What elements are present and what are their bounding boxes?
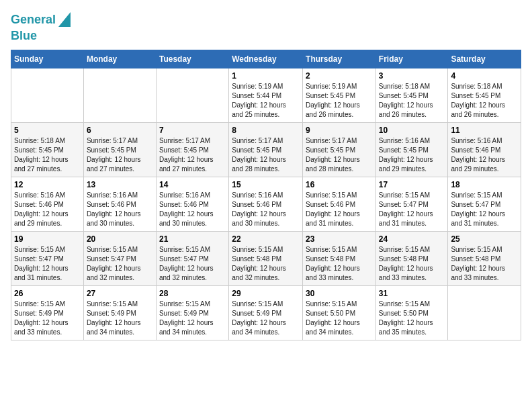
col-header-monday: Monday	[83, 50, 156, 68]
day-cell: 9Sunrise: 5:17 AM Sunset: 5:45 PM Daylig…	[303, 122, 376, 177]
day-number: 20	[87, 234, 153, 244]
week-row-5: 26Sunrise: 5:15 AM Sunset: 5:49 PM Dayli…	[11, 285, 521, 340]
day-cell: 20Sunrise: 5:15 AM Sunset: 5:47 PM Dayli…	[83, 231, 156, 285]
day-info: Sunrise: 5:15 AM Sunset: 5:48 PM Dayligh…	[232, 245, 300, 283]
day-number: 1	[232, 71, 300, 81]
week-row-3: 12Sunrise: 5:16 AM Sunset: 5:46 PM Dayli…	[11, 177, 521, 231]
calendar-table: SundayMondayTuesdayWednesdayThursdayFrid…	[11, 50, 521, 340]
day-number: 11	[451, 126, 518, 135]
week-row-4: 19Sunrise: 5:15 AM Sunset: 5:47 PM Dayli…	[11, 231, 521, 285]
day-info: Sunrise: 5:15 AM Sunset: 5:48 PM Dayligh…	[451, 245, 518, 283]
day-info: Sunrise: 5:15 AM Sunset: 5:49 PM Dayligh…	[14, 300, 81, 337]
col-header-thursday: Thursday	[303, 50, 376, 68]
day-cell: 14Sunrise: 5:16 AM Sunset: 5:46 PM Dayli…	[156, 177, 228, 231]
day-info: Sunrise: 5:18 AM Sunset: 5:45 PM Dayligh…	[379, 82, 445, 120]
day-info: Sunrise: 5:16 AM Sunset: 5:46 PM Dayligh…	[159, 191, 226, 228]
day-cell: 23Sunrise: 5:15 AM Sunset: 5:48 PM Dayli…	[303, 231, 376, 285]
day-info: Sunrise: 5:18 AM Sunset: 5:45 PM Dayligh…	[451, 82, 518, 120]
day-info: Sunrise: 5:15 AM Sunset: 5:47 PM Dayligh…	[87, 245, 153, 283]
day-info: Sunrise: 5:16 AM Sunset: 5:46 PM Dayligh…	[451, 136, 518, 174]
day-info: Sunrise: 5:15 AM Sunset: 5:47 PM Dayligh…	[159, 245, 226, 283]
day-info: Sunrise: 5:16 AM Sunset: 5:46 PM Dayligh…	[14, 191, 81, 228]
day-number: 15	[232, 180, 300, 189]
day-number: 16	[306, 180, 373, 189]
day-info: Sunrise: 5:17 AM Sunset: 5:45 PM Dayligh…	[159, 136, 226, 174]
day-number: 22	[232, 234, 300, 244]
day-cell: 31Sunrise: 5:15 AM Sunset: 5:50 PM Dayli…	[375, 285, 448, 340]
day-cell: 11Sunrise: 5:16 AM Sunset: 5:46 PM Dayli…	[448, 122, 521, 177]
day-number: 13	[87, 180, 153, 189]
day-number: 17	[379, 180, 445, 189]
day-cell: 7Sunrise: 5:17 AM Sunset: 5:45 PM Daylig…	[156, 122, 228, 177]
day-cell: 16Sunrise: 5:15 AM Sunset: 5:46 PM Dayli…	[303, 177, 376, 231]
day-cell: 10Sunrise: 5:16 AM Sunset: 5:45 PM Dayli…	[375, 122, 448, 177]
day-info: Sunrise: 5:15 AM Sunset: 5:49 PM Dayligh…	[159, 300, 226, 337]
col-header-friday: Friday	[375, 50, 448, 68]
day-info: Sunrise: 5:16 AM Sunset: 5:46 PM Dayligh…	[87, 191, 153, 228]
day-cell: 26Sunrise: 5:15 AM Sunset: 5:49 PM Dayli…	[11, 285, 84, 340]
day-cell: 22Sunrise: 5:15 AM Sunset: 5:48 PM Dayli…	[229, 231, 303, 285]
day-number: 27	[87, 289, 153, 298]
day-cell	[156, 68, 228, 122]
day-info: Sunrise: 5:15 AM Sunset: 5:49 PM Dayligh…	[87, 300, 153, 337]
day-info: Sunrise: 5:15 AM Sunset: 5:49 PM Dayligh…	[232, 300, 300, 337]
day-number: 4	[451, 71, 518, 81]
calendar-header-row: SundayMondayTuesdayWednesdayThursdayFrid…	[11, 50, 521, 68]
day-info: Sunrise: 5:18 AM Sunset: 5:45 PM Dayligh…	[14, 136, 81, 174]
day-info: Sunrise: 5:15 AM Sunset: 5:50 PM Dayligh…	[379, 300, 445, 337]
day-number: 3	[379, 71, 445, 81]
day-number: 6	[87, 126, 153, 135]
day-number: 9	[306, 126, 373, 135]
day-info: Sunrise: 5:15 AM Sunset: 5:50 PM Dayligh…	[306, 300, 373, 337]
day-cell: 30Sunrise: 5:15 AM Sunset: 5:50 PM Dayli…	[303, 285, 376, 340]
day-cell	[11, 68, 84, 122]
day-cell: 3Sunrise: 5:18 AM Sunset: 5:45 PM Daylig…	[375, 68, 448, 122]
day-cell: 18Sunrise: 5:15 AM Sunset: 5:47 PM Dayli…	[448, 177, 521, 231]
page-header: General Blue	[11, 11, 521, 43]
week-row-1: 1Sunrise: 5:19 AM Sunset: 5:44 PM Daylig…	[11, 68, 521, 122]
day-number: 24	[379, 234, 445, 244]
day-info: Sunrise: 5:19 AM Sunset: 5:45 PM Dayligh…	[306, 82, 373, 120]
day-info: Sunrise: 5:15 AM Sunset: 5:47 PM Dayligh…	[14, 245, 81, 283]
day-info: Sunrise: 5:17 AM Sunset: 5:45 PM Dayligh…	[232, 136, 300, 174]
day-number: 2	[306, 71, 373, 81]
day-number: 21	[159, 234, 226, 244]
day-info: Sunrise: 5:19 AM Sunset: 5:44 PM Dayligh…	[232, 82, 300, 120]
col-header-sunday: Sunday	[11, 50, 84, 68]
day-number: 29	[232, 289, 300, 298]
day-cell: 8Sunrise: 5:17 AM Sunset: 5:45 PM Daylig…	[229, 122, 303, 177]
day-info: Sunrise: 5:17 AM Sunset: 5:45 PM Dayligh…	[306, 136, 373, 174]
svg-marker-0	[58, 12, 71, 27]
day-cell: 27Sunrise: 5:15 AM Sunset: 5:49 PM Dayli…	[83, 285, 156, 340]
day-number: 7	[159, 126, 226, 135]
col-header-tuesday: Tuesday	[156, 50, 228, 68]
day-cell: 1Sunrise: 5:19 AM Sunset: 5:44 PM Daylig…	[229, 68, 303, 122]
day-cell: 19Sunrise: 5:15 AM Sunset: 5:47 PM Dayli…	[11, 231, 84, 285]
day-info: Sunrise: 5:15 AM Sunset: 5:47 PM Dayligh…	[379, 191, 445, 228]
day-number: 10	[379, 126, 445, 135]
day-cell: 6Sunrise: 5:17 AM Sunset: 5:45 PM Daylig…	[83, 122, 156, 177]
day-number: 18	[451, 180, 518, 189]
day-cell: 17Sunrise: 5:15 AM Sunset: 5:47 PM Dayli…	[375, 177, 448, 231]
day-info: Sunrise: 5:16 AM Sunset: 5:45 PM Dayligh…	[379, 136, 445, 174]
day-info: Sunrise: 5:15 AM Sunset: 5:47 PM Dayligh…	[451, 191, 518, 228]
day-cell	[448, 285, 521, 340]
logo-text-blue: Blue	[11, 30, 37, 43]
day-info: Sunrise: 5:16 AM Sunset: 5:46 PM Dayligh…	[232, 191, 300, 228]
day-cell: 13Sunrise: 5:16 AM Sunset: 5:46 PM Dayli…	[83, 177, 156, 231]
day-cell: 24Sunrise: 5:15 AM Sunset: 5:48 PM Dayli…	[375, 231, 448, 285]
day-number: 5	[14, 126, 81, 135]
day-number: 28	[159, 289, 226, 298]
day-cell: 5Sunrise: 5:18 AM Sunset: 5:45 PM Daylig…	[11, 122, 84, 177]
day-number: 19	[14, 234, 81, 244]
day-number: 31	[379, 289, 445, 298]
day-cell: 25Sunrise: 5:15 AM Sunset: 5:48 PM Dayli…	[448, 231, 521, 285]
day-cell: 12Sunrise: 5:16 AM Sunset: 5:46 PM Dayli…	[11, 177, 84, 231]
day-cell: 4Sunrise: 5:18 AM Sunset: 5:45 PM Daylig…	[448, 68, 521, 122]
logo-bird-icon	[58, 12, 71, 27]
day-number: 8	[232, 126, 300, 135]
day-cell: 28Sunrise: 5:15 AM Sunset: 5:49 PM Dayli…	[156, 285, 228, 340]
day-number: 26	[14, 289, 81, 298]
day-number: 30	[306, 289, 373, 298]
logo-text: General	[11, 13, 56, 27]
